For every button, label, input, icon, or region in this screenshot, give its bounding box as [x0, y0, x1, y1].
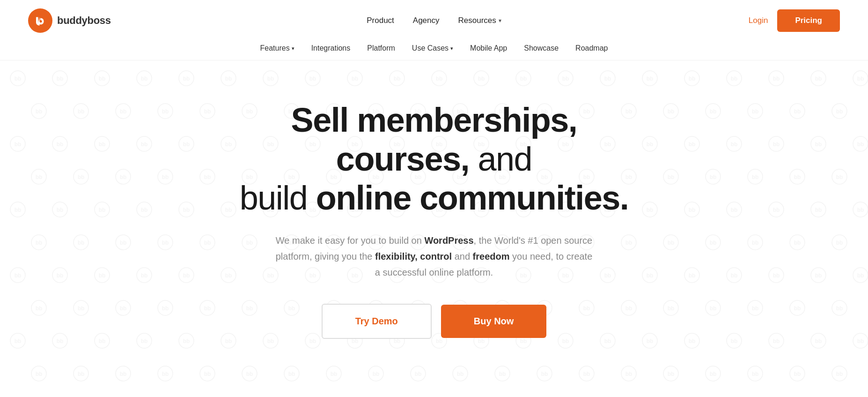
usecases-chevron-icon: ▾ — [450, 45, 453, 52]
nav-resources[interactable]: Resources ▾ — [458, 16, 501, 25]
site-header: buddyboss Product Agency Resources ▾ Log… — [0, 0, 868, 60]
logo-link[interactable]: buddyboss — [28, 8, 111, 33]
header-right-actions: Login Pricing — [749, 9, 840, 32]
svg-text:bb: bb — [5, 66, 12, 73]
nav-product[interactable]: Product — [367, 16, 394, 25]
features-chevron-icon: ▾ — [292, 45, 294, 52]
hero-section: bb — [0, 60, 868, 389]
nav-use-cases[interactable]: Use Cases ▾ — [412, 44, 453, 52]
svg-point-0 — [1, 61, 16, 76]
hero-content: Sell memberships, courses, and build onl… — [223, 101, 645, 338]
logo-icon — [28, 8, 52, 33]
hero-title: Sell memberships, courses, and build onl… — [223, 101, 645, 217]
try-demo-button[interactable]: Try Demo — [322, 304, 432, 339]
nav-features[interactable]: Features ▾ — [260, 44, 294, 52]
nav-roadmap[interactable]: Roadmap — [575, 44, 608, 52]
bottom-nav: Features ▾ Integrations Platform Use Cas… — [28, 37, 840, 60]
nav-agency[interactable]: Agency — [413, 16, 440, 25]
pricing-button[interactable]: Pricing — [777, 9, 840, 32]
top-nav: Product Agency Resources ▾ — [367, 16, 501, 25]
buy-now-button[interactable]: Buy Now — [441, 305, 547, 338]
logo-text: buddyboss — [57, 15, 111, 27]
logo-svg — [33, 14, 47, 28]
nav-showcase[interactable]: Showcase — [524, 44, 559, 52]
nav-platform[interactable]: Platform — [367, 44, 395, 52]
resources-chevron-icon: ▾ — [499, 17, 501, 24]
hero-subtitle: We make it easy for you to build on Word… — [275, 232, 593, 280]
hero-cta-buttons: Try Demo Buy Now — [223, 304, 645, 339]
login-link[interactable]: Login — [749, 16, 768, 25]
nav-integrations[interactable]: Integrations — [311, 44, 351, 52]
nav-mobile-app[interactable]: Mobile App — [470, 44, 507, 52]
